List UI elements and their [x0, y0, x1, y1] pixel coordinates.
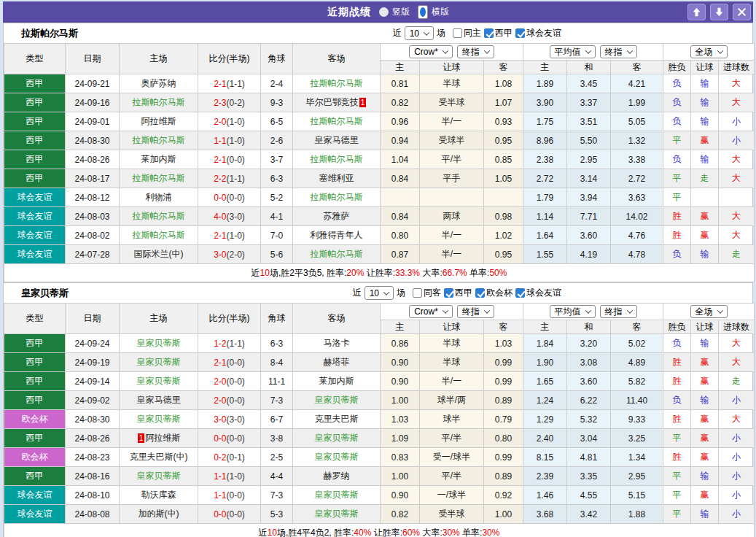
average-odds-select[interactable]: 平均值: [550, 305, 596, 318]
match-count-select-value: 10: [410, 28, 419, 39]
filter-checkbox[interactable]: 同客: [413, 287, 441, 299]
halftime-score: (0-0): [227, 490, 245, 501]
odds-time-select[interactable]: 终指: [457, 45, 494, 58]
result-flag: 小: [719, 112, 755, 131]
results-table: 类型日期主场比分(半场)角球客场Crow*终指平均值终指全场主让球客主和客胜负让…: [4, 43, 755, 282]
home-team: 皇家贝蒂斯: [120, 372, 198, 391]
filter-checkbox[interactable]: 西甲: [484, 27, 513, 39]
subcolumn-header: 胜负: [663, 61, 691, 74]
match-row: 欧会杯24-08-23克里夫巴斯(中)0-2(0-1)2-5皇家贝蒂斯0.83受…: [4, 448, 755, 467]
average-time-select[interactable]: 终指: [600, 305, 637, 318]
match-row: 球会友谊24-08-02拉斯帕尔马斯2-1(1-0)7-0利雅得青年人0.80半…: [4, 226, 755, 245]
layout-radio-horizontal[interactable]: 横版: [418, 5, 449, 19]
europe-odds-cell: 8.96: [523, 131, 567, 150]
radio-selected-icon[interactable]: [418, 5, 428, 19]
corner-score: 3-8: [261, 429, 293, 448]
average-odds-select[interactable]: 平均值: [550, 45, 596, 58]
result-flag: 平: [663, 486, 691, 505]
team-name: 拉斯帕尔马斯: [21, 27, 78, 40]
checkbox-unchecked-icon[interactable]: [413, 288, 422, 298]
radio-unselected-icon[interactable]: [379, 7, 389, 17]
checkbox-unchecked-icon[interactable]: [453, 28, 462, 38]
dropdown-chevron-icon: [717, 47, 722, 53]
match-date: 24-09-02: [66, 391, 120, 410]
away-team: 拉斯帕尔马斯: [293, 188, 381, 207]
europe-odds-cell: 4.81: [567, 448, 611, 467]
home-team: 国际米兰(中): [120, 245, 198, 264]
competition-type-badge: 西甲: [4, 372, 66, 391]
scope-select[interactable]: 全场: [690, 45, 728, 58]
handicap-odds-cell: 0.85: [484, 150, 523, 169]
halftime-score: (1-0): [227, 471, 245, 482]
dropdown-chevron-icon: [443, 47, 448, 53]
competition-type-badge: 欧会杯: [4, 410, 66, 429]
checkbox-checked-icon[interactable]: [444, 288, 453, 298]
halftime-score: (0-2): [227, 98, 245, 108]
away-team: 赫罗纳: [293, 467, 381, 486]
competition-type-badge: 球会友谊: [4, 188, 66, 207]
checkbox-checked-icon[interactable]: [484, 28, 494, 38]
subcolumn-header: 客: [484, 61, 523, 74]
result-flag: 输: [691, 74, 719, 93]
halftime-score: (0-0): [227, 395, 245, 406]
column-header: 客场: [293, 44, 381, 74]
scope-select[interactable]: 全场: [690, 305, 728, 318]
match-row: 西甲24-09-16拉斯帕尔马斯2-3(0-2)9-3毕尔巴鄂竞技10.82受半…: [4, 93, 755, 112]
odds-company-select[interactable]: Crow*: [409, 45, 453, 58]
europe-odds-cell: 3.94: [567, 188, 611, 207]
score: 2-1(0-0): [198, 150, 261, 169]
match-date: 24-08-02: [66, 226, 120, 245]
competition-type-badge: 西甲: [4, 353, 66, 372]
result-scope-header: 全场: [663, 304, 755, 320]
dropdown-chevron-icon: [626, 47, 632, 53]
filter-checkbox[interactable]: 球会友谊: [515, 287, 561, 299]
match-date: 24-09-21: [66, 74, 120, 93]
odds-time-select[interactable]: 终指: [457, 305, 494, 318]
result-flag: 大: [719, 207, 755, 226]
result-flag: 胜: [663, 226, 691, 245]
checkbox-checked-icon[interactable]: [515, 28, 525, 38]
layout-radio-vertical[interactable]: 竖版: [379, 6, 410, 18]
match-date: 24-08-16: [66, 467, 120, 486]
match-date: 24-08-08: [66, 505, 120, 524]
score: 2-3(0-2): [198, 93, 261, 112]
filter-checkbox[interactable]: 欧会杯: [475, 287, 513, 299]
handicap-odds-cell: 0.96: [381, 112, 420, 131]
match-count-select[interactable]: 10: [365, 286, 394, 300]
subcolumn-header: 客: [484, 320, 523, 334]
competition-type-badge: 球会友谊: [4, 245, 66, 264]
radio-horizontal-label: 横版: [432, 6, 449, 18]
handicap-odds-cell: 0.82: [381, 93, 420, 112]
move-up-button[interactable]: [687, 4, 706, 20]
europe-odds-cell: 2.72: [611, 169, 663, 188]
europe-odds-cell: 1.55: [523, 245, 567, 264]
average-time-select[interactable]: 终指: [600, 45, 637, 58]
close-button[interactable]: [733, 4, 751, 20]
handicap-odds-cell: 受半球: [420, 505, 484, 524]
filter-checkbox[interactable]: 同主: [453, 27, 481, 39]
column-header: 主场: [120, 304, 198, 334]
corner-score: 8-4: [261, 353, 293, 372]
europe-odds-cell: 3.60: [567, 226, 611, 245]
fulltime-score: 4-0: [214, 212, 226, 222]
subcolumn-header: 主: [523, 61, 567, 74]
checkbox-checked-icon[interactable]: [515, 288, 525, 298]
filter-checkbox[interactable]: 西甲: [444, 287, 472, 299]
fulltime-score: 2-1: [214, 358, 226, 368]
move-down-button[interactable]: [710, 4, 728, 20]
away-team: 皇家马德里: [293, 131, 381, 150]
europe-odds-cell: 1.99: [611, 93, 663, 112]
away-team: 苏雅萨: [293, 207, 381, 226]
competition-type-badge: 西甲: [4, 74, 66, 93]
near-label: 近: [393, 27, 402, 39]
filter-checkbox[interactable]: 球会友谊: [515, 27, 561, 39]
europe-odds-cell: 1.89: [523, 74, 567, 93]
average-odds-select-value: 平均值: [555, 306, 581, 318]
result-flag: 小: [719, 391, 755, 410]
match-count-select[interactable]: 10: [405, 26, 434, 40]
europe-odds-cell: 1.84: [523, 334, 567, 353]
score: 1-1(1-0): [198, 131, 261, 150]
checkbox-checked-icon[interactable]: [475, 288, 485, 298]
checkbox-label: 球会友谊: [526, 287, 561, 299]
odds-company-select[interactable]: Crow*: [409, 305, 453, 318]
